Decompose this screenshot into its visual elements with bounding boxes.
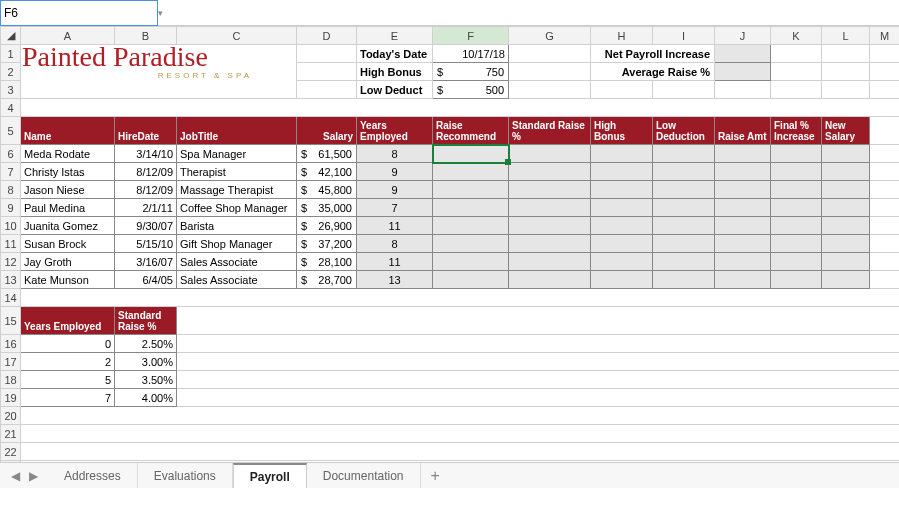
add-sheet-button[interactable]: + — [421, 467, 450, 485]
row-header[interactable]: 22 — [1, 443, 21, 461]
cell-raise-rec[interactable] — [433, 217, 509, 235]
cell-low-ded[interactable] — [653, 145, 715, 163]
cell-low-ded[interactable] — [653, 199, 715, 217]
cell-final-pct[interactable] — [771, 181, 822, 199]
lookup-years[interactable]: 5 — [21, 371, 114, 388]
row-header[interactable]: 18 — [1, 371, 21, 389]
cell-name[interactable]: Christy Istas — [21, 163, 114, 180]
cell-new-salary[interactable] — [822, 199, 870, 217]
value-average-raise[interactable] — [715, 63, 771, 81]
cell-std-raise[interactable] — [509, 181, 591, 199]
cell-hiredate[interactable]: 6/4/05 — [115, 271, 176, 288]
cell-jobtitle[interactable]: Spa Manager — [177, 145, 296, 162]
cell-name[interactable]: Kate Munson — [21, 271, 114, 288]
row-header[interactable]: 10 — [1, 217, 21, 235]
cell-name[interactable]: Paul Medina — [21, 199, 114, 216]
cell-new-salary[interactable] — [822, 253, 870, 271]
tab-addresses[interactable]: Addresses — [48, 463, 138, 488]
cell-raise-rec[interactable] — [433, 163, 509, 181]
cell-name[interactable]: Jay Groth — [21, 253, 114, 270]
formula-input[interactable] — [156, 0, 899, 25]
cell-raise-amt[interactable] — [715, 163, 771, 181]
row-header[interactable]: 16 — [1, 335, 21, 353]
cell-salary[interactable]: 28,100 — [297, 256, 356, 268]
cell-name[interactable]: Jason Niese — [21, 181, 114, 198]
tab-evaluations[interactable]: Evaluations — [138, 463, 233, 488]
cell-std-raise[interactable] — [509, 199, 591, 217]
tab-nav-next-icon[interactable]: ▶ — [26, 468, 40, 484]
col-header-E[interactable]: E — [357, 27, 433, 45]
cell-raise-rec[interactable] — [433, 145, 509, 163]
cell-raise-rec[interactable] — [433, 235, 509, 253]
cell-salary[interactable]: 61,500 — [297, 148, 356, 160]
cell-raise-rec[interactable] — [433, 271, 509, 289]
row-header[interactable]: 20 — [1, 407, 21, 425]
cell-salary[interactable]: 26,900 — [297, 220, 356, 232]
row-header[interactable]: 1 — [1, 45, 21, 63]
cell-new-salary[interactable] — [822, 271, 870, 289]
cell-years[interactable]: 9 — [357, 181, 432, 198]
cell-new-salary[interactable] — [822, 217, 870, 235]
cell-raise-rec[interactable] — [433, 199, 509, 217]
col-header-A[interactable]: A — [21, 27, 115, 45]
col-header-C[interactable]: C — [177, 27, 297, 45]
cell-hiredate[interactable]: 8/12/09 — [115, 163, 176, 180]
cell-raise-rec[interactable] — [433, 253, 509, 271]
cell-name[interactable]: Susan Brock — [21, 235, 114, 252]
cell-raise-rec[interactable] — [433, 181, 509, 199]
row-header[interactable]: 17 — [1, 353, 21, 371]
row-header[interactable]: 4 — [1, 99, 21, 117]
row-header[interactable]: 13 — [1, 271, 21, 289]
cell-new-salary[interactable] — [822, 145, 870, 163]
value-todays-date[interactable]: 10/17/18 — [433, 45, 508, 62]
cell-high-bonus[interactable] — [591, 163, 653, 181]
col-header-H[interactable]: H — [591, 27, 653, 45]
tab-documentation[interactable]: Documentation — [307, 463, 421, 488]
cell-low-ded[interactable] — [653, 271, 715, 289]
row-header[interactable]: 3 — [1, 81, 21, 99]
cell-jobtitle[interactable]: Sales Associate — [177, 253, 296, 270]
cell-jobtitle[interactable]: Coffee Shop Manager — [177, 199, 296, 216]
col-header-K[interactable]: K — [771, 27, 822, 45]
cell-jobtitle[interactable]: Therapist — [177, 163, 296, 180]
cell-final-pct[interactable] — [771, 163, 822, 181]
spreadsheet-grid[interactable]: ◢ A B C D E F G H I J K L M 1 Today's Da… — [0, 26, 899, 488]
value-high-bonus[interactable]: 750 — [433, 66, 508, 78]
row-header[interactable]: 21 — [1, 425, 21, 443]
lookup-raise[interactable]: 4.00% — [115, 389, 176, 406]
cell-name[interactable]: Juanita Gomez — [21, 217, 114, 234]
cell-years[interactable]: 7 — [357, 199, 432, 216]
row-header[interactable]: 9 — [1, 199, 21, 217]
cell-salary[interactable]: 28,700 — [297, 274, 356, 286]
cell-hiredate[interactable]: 8/12/09 — [115, 181, 176, 198]
value-low-deduct[interactable]: 500 — [433, 84, 508, 96]
cell-raise-amt[interactable] — [715, 199, 771, 217]
row-header[interactable]: 6 — [1, 145, 21, 163]
cell-low-ded[interactable] — [653, 253, 715, 271]
cell-raise-amt[interactable] — [715, 217, 771, 235]
cell-hiredate[interactable]: 9/30/07 — [115, 217, 176, 234]
col-header-J[interactable]: J — [715, 27, 771, 45]
name-box-dropdown-icon[interactable]: ▾ — [158, 8, 163, 18]
cell-jobtitle[interactable]: Barista — [177, 217, 296, 234]
tab-nav-prev-icon[interactable]: ◀ — [8, 468, 22, 484]
cell-low-ded[interactable] — [653, 235, 715, 253]
lookup-years[interactable]: 7 — [21, 389, 114, 406]
cell-low-ded[interactable] — [653, 181, 715, 199]
row-header[interactable]: 12 — [1, 253, 21, 271]
cell-salary[interactable]: 45,800 — [297, 184, 356, 196]
col-header-G[interactable]: G — [509, 27, 591, 45]
cell-high-bonus[interactable] — [591, 235, 653, 253]
cell-high-bonus[interactable] — [591, 253, 653, 271]
cell-std-raise[interactable] — [509, 235, 591, 253]
cell-salary[interactable]: 35,000 — [297, 202, 356, 214]
row-header[interactable]: 11 — [1, 235, 21, 253]
lookup-raise[interactable]: 3.50% — [115, 371, 176, 388]
cell-final-pct[interactable] — [771, 145, 822, 163]
cell-high-bonus[interactable] — [591, 145, 653, 163]
col-header-I[interactable]: I — [653, 27, 715, 45]
cell-years[interactable]: 13 — [357, 271, 432, 288]
row-header[interactable]: 2 — [1, 63, 21, 81]
cell-jobtitle[interactable]: Sales Associate — [177, 271, 296, 288]
cell-years[interactable]: 8 — [357, 145, 432, 162]
